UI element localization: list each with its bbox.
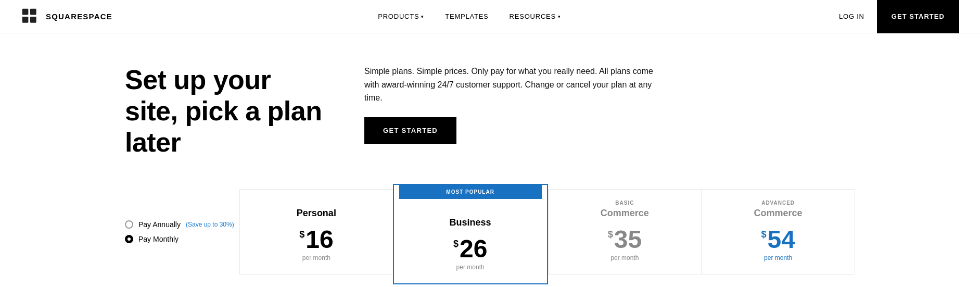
business-plan-label [469, 209, 472, 215]
pricing-section: Pay Annually (Save up to 30%) Pay Monthl… [0, 179, 980, 287]
most-popular-badge: MOST POPULAR [399, 185, 542, 199]
hero-title-area: Set up your site, pick a plan later [125, 65, 323, 158]
nav-resources[interactable]: RESOURCES ▾ [510, 13, 561, 20]
advanced-commerce-per-month: per month [764, 254, 792, 261]
billing-monthly-option[interactable]: Pay Monthly [125, 235, 239, 243]
annually-label: Pay Annually [138, 220, 181, 229]
svg-rect-3 [30, 17, 36, 23]
save-badge: (Save up to 30%) [186, 221, 234, 228]
personal-plan-name: Personal [297, 208, 336, 219]
basic-commerce-price-amount: 35 [614, 227, 642, 252]
annually-radio[interactable] [125, 220, 133, 229]
squarespace-logo-icon [21, 7, 40, 26]
personal-plan-label [315, 200, 317, 206]
basic-commerce-plan-name: Commerce [601, 208, 649, 219]
nav-links: PRODUCTS ▾ TEMPLATES RESOURCES ▾ [378, 13, 561, 20]
hero-content: Simple plans. Simple prices. Only pay fo… [364, 65, 855, 144]
hero-section: Set up your site, pick a plan later Simp… [0, 33, 980, 179]
billing-toggle: Pay Annually (Save up to 30%) Pay Monthl… [125, 189, 239, 243]
advanced-commerce-price-row: $ 54 [761, 227, 795, 252]
basic-commerce-per-month: per month [610, 254, 639, 261]
billing-annually-option[interactable]: Pay Annually (Save up to 30%) [125, 220, 239, 229]
plans-container: Personal $ 16 per month MOST POPULAR Bus… [239, 189, 855, 284]
navbar: SQUARESPACE PRODUCTS ▾ TEMPLATES RESOURC… [0, 0, 980, 33]
products-chevron-icon: ▾ [421, 14, 424, 19]
brand-name: SQUARESPACE [46, 12, 112, 21]
monthly-label: Pay Monthly [138, 235, 179, 243]
nav-get-started-button[interactable]: GET STARTED [877, 0, 959, 33]
hero-title: Set up your site, pick a plan later [125, 65, 323, 158]
business-per-month: per month [456, 264, 485, 271]
plan-advanced-commerce: ADVANCED Commerce $ 54 per month [701, 189, 855, 274]
svg-rect-1 [30, 8, 36, 15]
business-price-row: $ 26 [453, 236, 487, 261]
personal-dollar-sign: $ [299, 229, 304, 240]
hero-description: Simple plans. Simple prices. Only pay fo… [364, 65, 656, 105]
personal-per-month: per month [302, 254, 330, 261]
logo-area: SQUARESPACE [21, 7, 112, 26]
plan-business: MOST POPULAR Business $ 26 per month [393, 184, 548, 284]
plan-personal: Personal $ 16 per month [239, 189, 393, 274]
svg-rect-0 [22, 8, 29, 15]
nav-products[interactable]: PRODUCTS ▾ [378, 13, 424, 20]
business-price-amount: 26 [460, 236, 487, 261]
plan-basic-commerce: BASIC Commerce $ 35 per month [548, 189, 702, 274]
nav-templates[interactable]: TEMPLATES [445, 13, 488, 20]
personal-price-amount: 16 [306, 227, 333, 252]
personal-price-row: $ 16 [299, 227, 333, 252]
basic-commerce-dollar-sign: $ [608, 229, 613, 240]
login-button[interactable]: LOG IN [826, 0, 877, 33]
basic-commerce-plan-label: BASIC [615, 200, 634, 206]
monthly-radio[interactable] [125, 235, 133, 243]
advanced-commerce-plan-label: ADVANCED [761, 200, 795, 206]
advanced-commerce-price-amount: 54 [767, 227, 795, 252]
hero-get-started-button[interactable]: GET STARTED [364, 117, 456, 144]
navbar-actions: LOG IN GET STARTED [826, 0, 959, 33]
business-dollar-sign: $ [453, 239, 459, 249]
advanced-commerce-dollar-sign: $ [761, 229, 766, 240]
svg-rect-2 [22, 17, 29, 23]
business-plan-name: Business [450, 217, 491, 228]
advanced-commerce-plan-name: Commerce [754, 208, 803, 219]
basic-commerce-price-row: $ 35 [608, 227, 642, 252]
resources-chevron-icon: ▾ [558, 14, 561, 19]
